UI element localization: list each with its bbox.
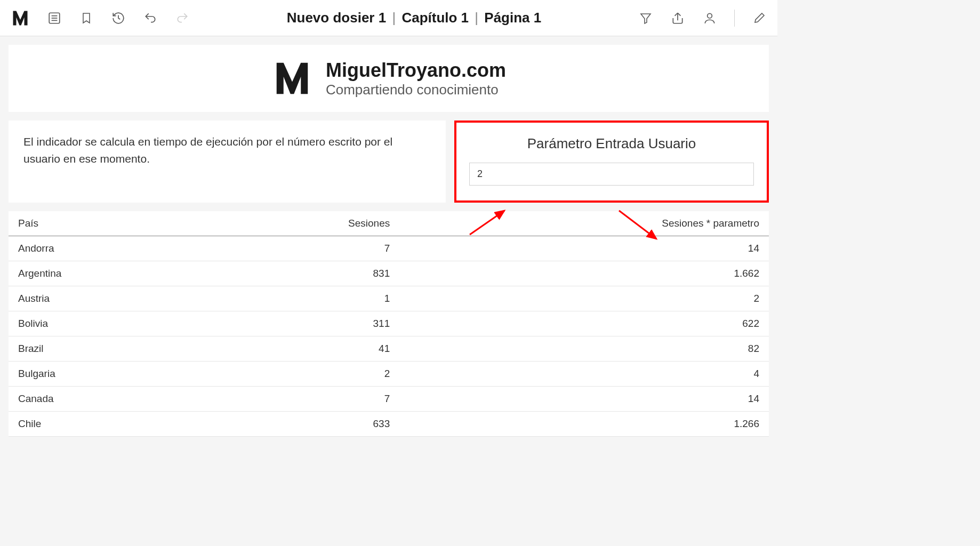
breadcrumb-separator: | xyxy=(475,10,478,26)
banner-subtitle: Compartiendo conocimiento xyxy=(326,82,506,98)
topbar: Nuevo dosier 1 | Capítulo 1 | Página 1 xyxy=(0,0,777,36)
cell-country: Canada xyxy=(9,387,207,412)
edit-icon[interactable] xyxy=(752,11,767,26)
cell-country: Chile xyxy=(9,412,207,437)
table-row[interactable]: Canada714 xyxy=(9,387,769,412)
topbar-right xyxy=(638,10,767,27)
column-header-country[interactable]: País xyxy=(9,211,207,236)
breadcrumb: Nuevo dosier 1 | Capítulo 1 | Página 1 xyxy=(190,10,638,26)
cell-sessions-param: 14 xyxy=(399,387,769,412)
data-table-wrapper: País Sesiones Sesiones * parametro Andor… xyxy=(9,211,769,437)
breadcrumb-chapter[interactable]: Capítulo 1 xyxy=(401,10,469,26)
table-row[interactable]: Brazil4182 xyxy=(9,336,769,362)
table-row[interactable]: Austria12 xyxy=(9,286,769,311)
content-area: MiguelTroyano.com Compartiendo conocimie… xyxy=(0,36,777,445)
banner-title: MiguelTroyano.com xyxy=(326,59,506,82)
cell-country: Argentina xyxy=(9,261,207,286)
banner: MiguelTroyano.com Compartiendo conocimie… xyxy=(9,45,769,112)
cell-country: Bolivia xyxy=(9,311,207,336)
table-row[interactable]: Chile6331.266 xyxy=(9,412,769,437)
share-icon[interactable] xyxy=(670,11,685,26)
topbar-divider xyxy=(734,10,735,27)
cell-sessions-param: 14 xyxy=(399,236,769,261)
bookmark-icon[interactable] xyxy=(79,11,94,26)
column-header-sessions-param[interactable]: Sesiones * parametro xyxy=(399,211,769,236)
cell-sessions: 2 xyxy=(207,362,400,387)
breadcrumb-page[interactable]: Página 1 xyxy=(484,10,541,26)
banner-text: MiguelTroyano.com Compartiendo conocimie… xyxy=(326,59,506,98)
filter-icon[interactable] xyxy=(638,11,653,26)
table-row[interactable]: Bolivia311622 xyxy=(9,311,769,336)
table-row[interactable]: Bulgaria24 xyxy=(9,362,769,387)
column-header-sessions[interactable]: Sesiones xyxy=(207,211,400,236)
cell-country: Andorra xyxy=(9,236,207,261)
svg-point-5 xyxy=(708,13,712,18)
data-table: País Sesiones Sesiones * parametro Andor… xyxy=(9,211,769,437)
history-icon[interactable] xyxy=(111,11,126,26)
redo-icon xyxy=(175,11,190,26)
breadcrumb-separator: | xyxy=(392,10,396,26)
cell-sessions-param: 1.266 xyxy=(399,412,769,437)
cell-sessions-param: 1.662 xyxy=(399,261,769,286)
svg-marker-4 xyxy=(641,14,650,23)
cell-sessions-param: 622 xyxy=(399,311,769,336)
cell-sessions-param: 82 xyxy=(399,336,769,362)
brand-logo-icon xyxy=(271,58,313,99)
cell-country: Brazil xyxy=(9,336,207,362)
table-row[interactable]: Argentina8311.662 xyxy=(9,261,769,286)
undo-icon[interactable] xyxy=(143,11,158,26)
app-logo-icon xyxy=(11,9,30,28)
cell-country: Austria xyxy=(9,286,207,311)
toc-icon[interactable] xyxy=(47,11,62,26)
info-row: El indicador se calcula en tiempo de eje… xyxy=(9,121,769,203)
cell-sessions: 41 xyxy=(207,336,400,362)
cell-sessions: 7 xyxy=(207,387,400,412)
description-panel: El indicador se calcula en tiempo de eje… xyxy=(9,121,446,203)
cell-sessions: 633 xyxy=(207,412,400,437)
cell-sessions-param: 4 xyxy=(399,362,769,387)
topbar-left xyxy=(11,9,190,28)
breadcrumb-dossier[interactable]: Nuevo dosier 1 xyxy=(287,10,386,26)
cell-sessions: 1 xyxy=(207,286,400,311)
cell-sessions: 311 xyxy=(207,311,400,336)
cell-sessions: 7 xyxy=(207,236,400,261)
parameter-input[interactable] xyxy=(469,163,754,186)
cell-sessions-param: 2 xyxy=(399,286,769,311)
cell-country: Bulgaria xyxy=(9,362,207,387)
user-icon[interactable] xyxy=(702,11,717,26)
parameter-panel: Parámetro Entrada Usuario xyxy=(454,121,769,203)
parameter-title: Parámetro Entrada Usuario xyxy=(469,135,754,152)
table-header-row: País Sesiones Sesiones * parametro xyxy=(9,211,769,236)
cell-sessions: 831 xyxy=(207,261,400,286)
table-row[interactable]: Andorra714 xyxy=(9,236,769,261)
